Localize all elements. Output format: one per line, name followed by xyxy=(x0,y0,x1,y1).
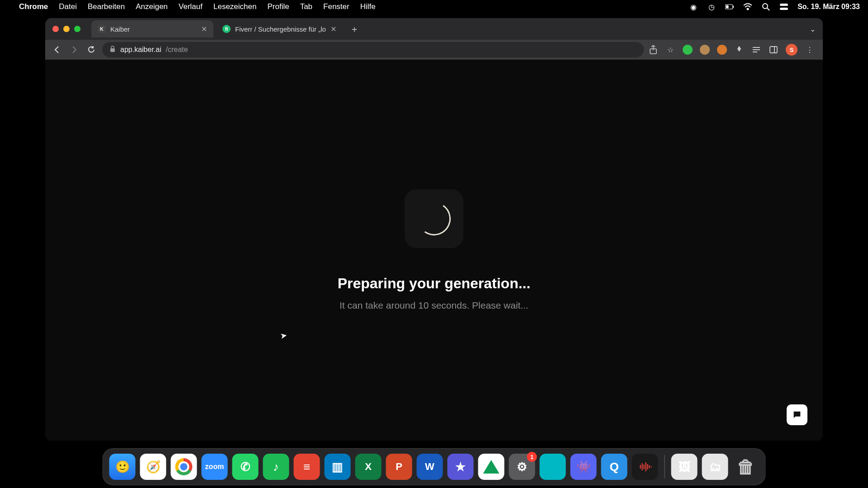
control-center-icon[interactable] xyxy=(779,2,788,11)
browser-window: K Kaiber ✕ fi Fiverr / Suchergebnisse fü… xyxy=(45,18,823,441)
loading-heading: Preparing your generation... xyxy=(338,275,531,292)
extensions-puzzle-icon[interactable] xyxy=(734,45,744,55)
svg-rect-6 xyxy=(780,4,788,6)
menubar-datetime[interactable]: So. 19. März 09:33 xyxy=(797,3,860,11)
svg-rect-8 xyxy=(110,48,115,52)
svg-rect-2 xyxy=(733,6,734,8)
dock-spotify[interactable]: ♪ xyxy=(263,454,289,480)
tab-favicon: K xyxy=(98,25,106,33)
forward-button[interactable] xyxy=(68,43,80,56)
svg-rect-1 xyxy=(726,5,729,9)
tab-close-icon[interactable]: ✕ xyxy=(201,25,207,33)
tab-title: Fiverr / Suchergebnisse für „lo xyxy=(235,25,326,33)
address-host: app.kaiber.ai xyxy=(120,46,161,54)
dock-app-teal[interactable] xyxy=(540,454,566,480)
svg-rect-13 xyxy=(770,47,777,53)
dock-googledrive[interactable] xyxy=(478,454,505,480)
dock-separator xyxy=(665,455,665,479)
back-button[interactable] xyxy=(51,43,63,56)
browser-tab-kaiber[interactable]: K Kaiber ✕ xyxy=(91,20,213,38)
record-status-icon[interactable]: ◉ xyxy=(689,2,698,11)
tab-title: Kaiber xyxy=(110,25,197,33)
menu-datei[interactable]: Datei xyxy=(59,2,77,11)
address-bar[interactable]: app.kaiber.ai/create xyxy=(102,42,644,57)
dock-trash[interactable]: 🗑 xyxy=(733,454,759,480)
macos-menubar: Chrome Datei Bearbeiten Anzeigen Verlauf… xyxy=(0,0,868,14)
loading-subtext: It can take around 10 seconds. Please wa… xyxy=(340,300,528,311)
dock-desktop-stack[interactable]: 🗂 xyxy=(702,454,728,480)
browser-tab-fiverr[interactable]: fi Fiverr / Suchergebnisse für „lo ✕ xyxy=(216,20,343,38)
dock-chrome[interactable] xyxy=(171,454,197,480)
dock-preview[interactable]: 🖼 xyxy=(671,454,698,480)
dock-trello[interactable]: ▥ xyxy=(325,454,351,480)
dock-word[interactable]: W xyxy=(417,454,443,480)
loading-spinner-card xyxy=(405,189,463,248)
wifi-icon[interactable] xyxy=(743,2,752,11)
menu-profile[interactable]: Profile xyxy=(267,2,289,11)
profile-avatar[interactable]: S xyxy=(786,44,797,56)
window-controls xyxy=(52,26,80,32)
support-chat-button[interactable] xyxy=(787,404,807,425)
menu-verlauf[interactable]: Verlauf xyxy=(179,2,203,11)
macos-dock: 🙂 🧭 zoom ✆ ♪ ≡ ▥ X P W ★ ⚙1 👾 Q 🖼 🗂 🗑 xyxy=(103,448,766,485)
window-minimize-button[interactable] xyxy=(63,26,70,32)
spinner-icon xyxy=(415,199,453,238)
window-fullscreen-button[interactable] xyxy=(74,26,80,32)
timer-icon[interactable]: ◷ xyxy=(707,2,716,11)
extension-icon-2[interactable] xyxy=(700,45,710,55)
lock-icon xyxy=(109,45,116,54)
reload-button[interactable] xyxy=(85,43,98,56)
address-path: /create xyxy=(166,46,188,54)
dock-todoist[interactable]: ≡ xyxy=(294,454,320,480)
svg-line-5 xyxy=(767,8,769,10)
dock-voicememos[interactable] xyxy=(632,454,658,480)
page-content: Preparing your generation... It can take… xyxy=(45,60,823,441)
bookmark-star-icon[interactable]: ☆ xyxy=(665,45,675,55)
mouse-cursor-icon: ➤ xyxy=(279,330,288,341)
tab-favicon: fi xyxy=(222,25,231,33)
tab-overflow-button[interactable]: ⌄ xyxy=(810,25,823,33)
active-app-name[interactable]: Chrome xyxy=(19,2,48,11)
svg-point-4 xyxy=(763,4,768,9)
dock-system-settings[interactable]: ⚙1 xyxy=(509,454,535,480)
reading-list-icon[interactable] xyxy=(751,45,761,55)
battery-icon[interactable] xyxy=(725,2,734,11)
dock-imovie[interactable]: ★ xyxy=(448,454,474,480)
browser-toolbar: app.kaiber.ai/create ☆ S ⋮ xyxy=(45,40,823,60)
menu-bearbeiten[interactable]: Bearbeiten xyxy=(88,2,125,11)
dock-discord[interactable]: 👾 xyxy=(571,454,597,480)
spotlight-search-icon[interactable] xyxy=(761,2,770,11)
extension-icon-3[interactable] xyxy=(717,45,727,55)
new-tab-button[interactable]: ＋ xyxy=(347,22,362,36)
svg-point-3 xyxy=(747,8,749,9)
menu-tab[interactable]: Tab xyxy=(300,2,312,11)
menu-anzeigen[interactable]: Anzeigen xyxy=(136,2,168,11)
dock-zoom[interactable]: zoom xyxy=(202,454,228,480)
settings-badge: 1 xyxy=(527,452,537,462)
dock-whatsapp[interactable]: ✆ xyxy=(232,454,259,480)
dock-safari[interactable]: 🧭 xyxy=(140,454,166,480)
menu-lesezeichen[interactable]: Lesezeichen xyxy=(213,2,256,11)
tab-strip: K Kaiber ✕ fi Fiverr / Suchergebnisse fü… xyxy=(45,18,823,40)
dock-quicktime[interactable]: Q xyxy=(601,454,627,480)
extension-icon-1[interactable] xyxy=(683,45,693,55)
tab-close-icon[interactable]: ✕ xyxy=(330,25,336,33)
dock-finder[interactable]: 🙂 xyxy=(109,454,136,480)
share-icon[interactable] xyxy=(648,45,658,55)
menu-hilfe[interactable]: Hilfe xyxy=(360,2,376,11)
dock-powerpoint[interactable]: P xyxy=(386,454,412,480)
menu-fenster[interactable]: Fenster xyxy=(323,2,349,11)
window-close-button[interactable] xyxy=(52,26,59,32)
dock-excel[interactable]: X xyxy=(355,454,382,480)
chrome-menu-icon[interactable]: ⋮ xyxy=(805,45,815,55)
sidepanel-icon[interactable] xyxy=(769,45,778,55)
svg-rect-7 xyxy=(780,8,788,10)
